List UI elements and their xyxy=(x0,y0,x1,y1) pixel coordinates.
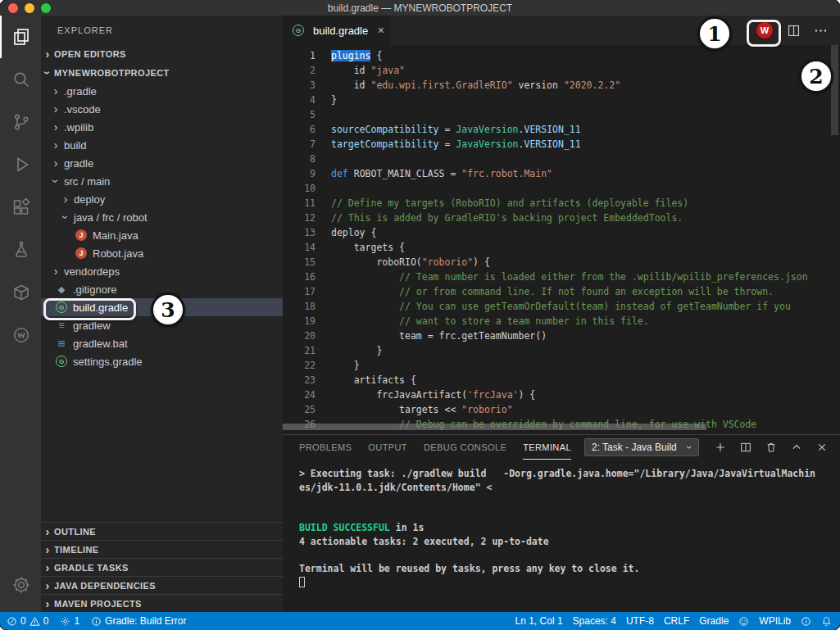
notifications-button[interactable] xyxy=(821,616,832,627)
chevron-up-icon xyxy=(790,441,803,454)
line-number: 2 xyxy=(283,63,316,78)
vertical-scrollbar[interactable] xyxy=(831,45,838,135)
panel-tab-output[interactable]: OUTPUT xyxy=(368,435,407,460)
code-line: 22 } xyxy=(283,358,840,373)
section-gradle-tasks[interactable]: ›GRADLE TASKS xyxy=(41,558,283,576)
tree-item-label: java / frc / robot xyxy=(74,211,148,224)
wpilib-status[interactable]: WPILib xyxy=(759,615,791,627)
split-terminal-button[interactable] xyxy=(739,441,752,454)
tree-item-build[interactable]: ›build xyxy=(41,136,283,154)
bottom-panel: PROBLEMSOUTPUTDEBUG CONSOLETERMINAL 2: T… xyxy=(283,434,840,612)
search-icon xyxy=(11,70,31,89)
open-editors-header[interactable]: › OPEN EDITORS xyxy=(41,44,283,64)
tree-item-robot-java[interactable]: Robot.java xyxy=(41,244,283,262)
chevron-right-icon: › xyxy=(41,48,54,61)
activity-run-debug[interactable] xyxy=(0,143,41,186)
chevron-right-icon: › xyxy=(49,102,62,116)
horizontal-scrollbar[interactable] xyxy=(283,424,706,430)
gradle-build-status-label: Gradle: Build Error xyxy=(105,615,186,627)
tree-item-label: Main.java xyxy=(93,229,138,242)
new-terminal-button[interactable] xyxy=(714,441,727,454)
tree-item-label: .wpilib xyxy=(64,121,93,134)
manage-button[interactable] xyxy=(0,568,41,602)
tasks-status[interactable]: 1 xyxy=(60,615,79,627)
tree-item-vendordeps[interactable]: ›vendordeps xyxy=(41,262,283,280)
code-line: 17 // or from command line. If not found… xyxy=(283,284,840,299)
terminal-output[interactable]: > Executing task: ./gradlew build -Dorg.… xyxy=(283,460,840,612)
panel-tab-debug-console[interactable]: DEBUG CONSOLE xyxy=(424,435,506,460)
zoom-window-button[interactable] xyxy=(41,3,51,13)
line-number: 17 xyxy=(283,284,316,299)
cursor-position[interactable]: Ln 1, Col 1 xyxy=(515,615,563,627)
activity-extensions[interactable] xyxy=(0,186,41,229)
tree-item-gradle[interactable]: ›.gradle xyxy=(41,82,283,100)
section-outline[interactable]: ›OUTLINE xyxy=(41,522,283,540)
gradle-file-icon xyxy=(293,25,304,36)
line-number: 3 xyxy=(283,78,316,93)
section-label: TIMELINE xyxy=(54,545,99,555)
gradle-build-status[interactable]: Gradle: Build Error xyxy=(91,615,186,627)
code-line: 25 targets << "roborio" xyxy=(283,402,840,417)
activity-explorer[interactable] xyxy=(0,16,41,58)
close-panel-button[interactable] xyxy=(815,441,829,454)
panel-tab-bar: PROBLEMSOUTPUTDEBUG CONSOLETERMINAL 2: T… xyxy=(283,435,840,460)
line-number: 14 xyxy=(283,240,316,255)
kill-terminal-button[interactable] xyxy=(765,441,778,454)
activity-test[interactable] xyxy=(0,229,41,271)
section-timeline[interactable]: ›TIMELINE xyxy=(41,540,283,558)
activity-package[interactable] xyxy=(0,271,41,314)
tree-item-gradle[interactable]: ›gradle xyxy=(41,154,283,172)
tree-item-wpilib[interactable]: ›.wpilib xyxy=(41,118,283,136)
terminal-line: Terminal will be reused by tasks, press … xyxy=(299,562,840,576)
window-title: build.gradle — MYNEWROBOTPROJECT xyxy=(328,2,512,14)
task-count: 1 xyxy=(74,615,79,627)
problems-status[interactable]: 0 0 xyxy=(7,615,48,627)
line-number: 22 xyxy=(283,358,316,373)
plus-icon xyxy=(714,441,727,454)
line-number: 15 xyxy=(283,255,316,270)
activity-wpilib[interactable] xyxy=(0,314,41,356)
tab-build-gradle[interactable]: build.gradle × xyxy=(283,16,391,45)
more-actions-button[interactable] xyxy=(813,23,829,39)
code-line: 20 team = frc.getTeamNumber() xyxy=(283,329,840,343)
terminal-line xyxy=(299,494,840,508)
tree-item-deploy[interactable]: ›deploy xyxy=(41,190,283,208)
close-icon xyxy=(815,441,829,454)
language-mode[interactable]: Gradle xyxy=(699,615,729,627)
tree-item-java-frc-robot[interactable]: ›java / frc / robot xyxy=(41,208,283,226)
feedback-button[interactable] xyxy=(738,616,749,627)
tree-item-src-main[interactable]: ›src / main xyxy=(41,172,283,190)
panel-tab-problems[interactable]: PROBLEMS xyxy=(299,435,352,460)
indentation-status[interactable]: Spaces: 4 xyxy=(573,615,616,627)
tree-item-vscode[interactable]: ›.vscode xyxy=(41,100,283,118)
activity-source-control[interactable] xyxy=(0,101,41,143)
terminal-selector[interactable]: 2: Task - Java Build › xyxy=(584,438,699,456)
project-header[interactable]: › MYNEWROBOTPROJECT xyxy=(41,64,283,82)
line-number: 7 xyxy=(283,137,316,152)
tree-item-label: vendordeps xyxy=(64,265,120,278)
tree-item-label: settings.gradle xyxy=(73,356,143,368)
tree-item-settings-gradle[interactable]: settings.gradle xyxy=(41,352,283,370)
close-tab-icon[interactable]: × xyxy=(378,24,384,37)
eol-status[interactable]: CRLF xyxy=(664,615,689,627)
java-file-icon xyxy=(75,247,87,259)
split-editor-button[interactable] xyxy=(786,23,801,39)
section-maven-projects[interactable]: ›MAVEN PROJECTS xyxy=(41,594,283,612)
tree-item-gradlew-bat[interactable]: gradlew.bat xyxy=(41,334,283,352)
smiley-icon xyxy=(738,616,749,627)
activity-search[interactable] xyxy=(0,58,41,101)
info-button[interactable] xyxy=(801,616,811,627)
tree-item-main-java[interactable]: Main.java xyxy=(41,226,283,244)
panel-tab-terminal[interactable]: TERMINAL xyxy=(523,435,571,460)
minimize-window-button[interactable] xyxy=(25,3,34,13)
encoding-status[interactable]: UTF-8 xyxy=(626,615,654,627)
maximize-panel-button[interactable] xyxy=(790,441,803,454)
chevron-right-icon: › xyxy=(49,120,62,134)
gear-icon xyxy=(60,616,70,627)
chevron-right-icon: › xyxy=(41,525,54,538)
warning-icon xyxy=(30,616,40,627)
section-java-dependencies[interactable]: ›JAVA DEPENDENCIES xyxy=(41,576,283,594)
code-line: 9def ROBOT_MAIN_CLASS = "frc.robot.Main" xyxy=(283,166,840,181)
close-window-button[interactable] xyxy=(8,3,18,13)
code-editor[interactable]: 1plugins {2 id "java"3 id "edu.wpi.first… xyxy=(283,45,840,434)
